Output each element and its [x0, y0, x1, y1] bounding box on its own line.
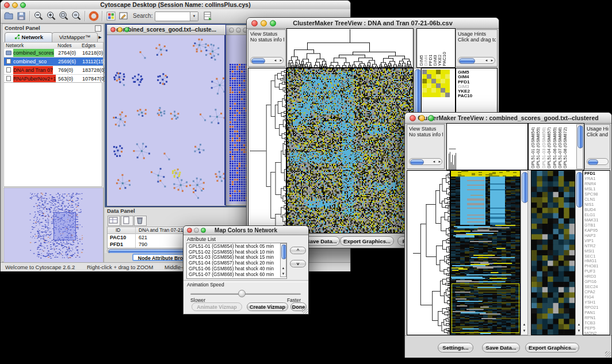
scroll-left-button[interactable]: ◄	[273, 58, 278, 63]
matrix-cell[interactable]	[445, 88, 450, 93]
open-folder-icon[interactable]	[3, 10, 14, 22]
attribute-list-item[interactable]: GPL51-01 (GSM854) heat shock 05 min	[187, 244, 280, 250]
save-data-button[interactable]: Save Data...	[482, 343, 520, 352]
matrix-cell[interactable]	[445, 93, 450, 97]
annotation-icon[interactable]	[118, 10, 129, 22]
network-row[interactable]: combined_sco2569(6)13112(15)	[4, 58, 103, 66]
tv2-zoom-vscrollbar[interactable]: ▲ ▼	[575, 170, 583, 335]
scroll-right-button[interactable]: ►	[278, 58, 284, 63]
matrix-cell[interactable]	[431, 93, 436, 97]
minimize-button[interactable]	[12, 2, 18, 8]
scroll-right-button[interactable]: ►	[437, 159, 442, 164]
matrix-cell[interactable]	[422, 70, 427, 74]
matrix-cell[interactable]	[436, 88, 441, 93]
tab-overflow-button[interactable]: ▶	[97, 33, 103, 41]
matrix-cell[interactable]	[422, 83, 427, 88]
vscroll-thumb[interactable]	[281, 244, 286, 259]
matrix-cell[interactable]	[422, 93, 427, 97]
attribute-list-vscrollbar[interactable]: ▲ ▼	[280, 243, 286, 277]
matrix-cell[interactable]	[436, 93, 441, 97]
scroll-up-button[interactable]: ▲	[522, 322, 527, 328]
attribute-listbox[interactable]: GPL51-01 (GSM854) heat shock 05 minGPL51…	[186, 243, 287, 279]
gene-label[interactable]: RNR4	[584, 182, 598, 187]
scroll-thumb[interactable]	[588, 159, 598, 165]
gene-label[interactable]: SPC98	[584, 192, 598, 197]
animate-vizmap-button[interactable]: Animate Vizmap	[192, 302, 242, 311]
matrix-cell[interactable]	[441, 83, 445, 88]
tab-network[interactable]: Network	[5, 32, 53, 43]
scroll-left-button[interactable]: ◄	[484, 58, 489, 63]
gene-label[interactable]: YRA1	[584, 177, 598, 182]
tv1-col-dendrogram[interactable]	[287, 29, 413, 67]
matrix-cell[interactable]	[422, 74, 427, 79]
gene-label[interactable]: NTR2	[584, 244, 598, 249]
close-button[interactable]	[229, 28, 234, 33]
scroll-down-button[interactable]: ▼	[576, 328, 582, 334]
float-panel-icon[interactable]	[95, 25, 101, 32]
attribute-list-item[interactable]: GPL51-04 (GSM857) heat shock 20 min	[187, 260, 280, 266]
zoom-out-icon[interactable]	[33, 10, 44, 22]
col-header-edges[interactable]: Edges	[82, 43, 95, 48]
matrix-cell[interactable]	[436, 79, 441, 83]
close-button[interactable]	[4, 2, 10, 8]
matrix-cell[interactable]	[441, 93, 445, 97]
create-vizmap-button[interactable]: Create Vizmap	[247, 302, 288, 311]
gene-label[interactable]: GTB1	[584, 223, 598, 228]
matrix-cell[interactable]	[431, 88, 436, 93]
table-mode-icon[interactable]	[108, 216, 120, 226]
network-row[interactable]: DNA and Tran 07769(0)183728(0)	[4, 66, 103, 75]
close-button[interactable]	[251, 20, 258, 26]
matrix-cell[interactable]	[431, 83, 436, 88]
close-button[interactable]	[410, 115, 416, 121]
birdseye-view-canvas[interactable]	[3, 187, 104, 263]
matrix-cell[interactable]	[441, 74, 445, 79]
gene-label[interactable]: YSH1	[584, 300, 598, 305]
tab-vizmapper[interactable]: VizMapper™	[52, 32, 98, 43]
matrix-cell[interactable]	[427, 74, 431, 79]
help-lifesaver-icon[interactable]	[88, 10, 100, 22]
export-graphics-button[interactable]: Export Graphics...	[525, 343, 579, 352]
gene-label[interactable]: MSL1	[584, 187, 598, 192]
network-view-canvas[interactable]	[108, 35, 226, 205]
tv2-labels-vscrollbar[interactable]	[576, 124, 583, 169]
scroll-up-button[interactable]: ▲	[576, 322, 582, 328]
matrix-cell[interactable]	[445, 74, 450, 79]
scroll-left-button[interactable]: ◄	[431, 159, 437, 164]
scroll-down-button[interactable]: ▼	[522, 328, 527, 334]
matrix-cell[interactable]	[422, 79, 427, 83]
close-button[interactable]	[110, 27, 116, 32]
zoom-window-button[interactable]	[201, 228, 206, 233]
attribute-list-item[interactable]: GPL51-06 (GSM865) heat shock 40 min	[187, 266, 280, 272]
matrix-cell[interactable]	[436, 70, 441, 74]
scroll-down-button[interactable]: ▼	[281, 271, 285, 277]
matrix-cell[interactable]	[427, 79, 431, 83]
scroll-thumb[interactable]	[410, 159, 424, 165]
tv2-row-dendrogram[interactable]	[407, 171, 450, 335]
scroll-thumb[interactable]	[459, 58, 475, 64]
gene-label[interactable]: ELG1	[584, 213, 598, 218]
gene-label[interactable]: FIG4	[584, 295, 598, 300]
minimize-button[interactable]	[261, 20, 267, 26]
tv1-global-heatmap[interactable]	[287, 68, 413, 233]
matrix-cell[interactable]	[431, 74, 436, 79]
col-header-nodes[interactable]: Nodes	[58, 43, 72, 48]
attribute-list-item[interactable]: GPL51-02 (GSM855) heat shock 10 min	[187, 250, 280, 255]
gene-label[interactable]: MSI1	[584, 249, 598, 254]
vizmapper-icon[interactable]	[105, 10, 117, 22]
export-graphics-button[interactable]: Export Graphics...	[340, 236, 394, 246]
animation-slider-thumb[interactable]	[238, 290, 246, 297]
search-input[interactable]: ▼	[155, 12, 198, 21]
gene-label[interactable]: RPO21	[584, 305, 598, 311]
matrix-cell[interactable]	[436, 83, 441, 88]
scroll-up-button[interactable]: ▲	[281, 266, 285, 271]
matrix-cell[interactable]	[422, 88, 427, 93]
gene-label[interactable]: MAK31	[584, 218, 598, 223]
vscroll-thumb[interactable]	[522, 172, 528, 203]
gene-label[interactable]: RPN1	[584, 316, 598, 321]
attribute-list-item[interactable]: GPL51-03 (GSM856) heat shock 15 min	[187, 255, 280, 260]
gene-label[interactable]: BUD4	[584, 208, 598, 213]
gene-label[interactable]: TCB3	[584, 321, 598, 326]
attr-col-id[interactable]: ID	[116, 227, 121, 233]
matrix-cell[interactable]	[445, 70, 450, 74]
gene-label[interactable]: HMG1	[584, 259, 598, 264]
